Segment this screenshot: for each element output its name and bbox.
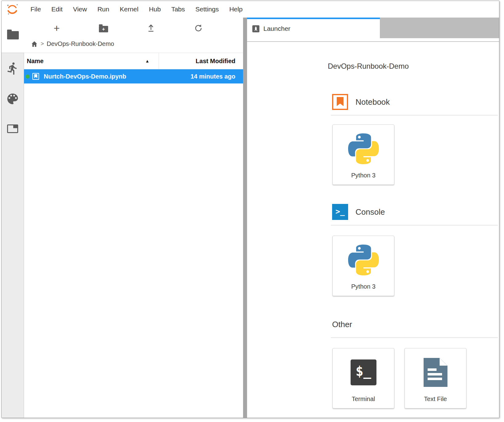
section-label: Notebook xyxy=(356,97,390,107)
python-logo xyxy=(348,133,379,165)
terminal-icon: $_ xyxy=(351,359,376,385)
sort-ascending-icon: ▲ xyxy=(145,59,149,63)
last-modified-column-label: Last Modified xyxy=(196,58,235,65)
python-logo xyxy=(348,244,379,276)
file-row-modified-cell: 14 minutes ago xyxy=(159,73,243,80)
palette-icon[interactable] xyxy=(6,92,20,106)
breadcrumb-separator: > xyxy=(41,41,44,47)
file-last-modified: 14 minutes ago xyxy=(190,73,235,80)
tab-launcher-label: Launcher xyxy=(263,25,291,32)
new-folder-icon: + xyxy=(99,26,108,32)
sidebar-tab-files[interactable] xyxy=(2,18,24,53)
tab-launcher[interactable]: Launcher xyxy=(247,18,380,38)
section-header-notebook: Notebook xyxy=(332,94,498,110)
refresh-button[interactable] xyxy=(191,21,206,35)
activity-bar-rest xyxy=(2,53,24,418)
console-cards-row: Python 3 xyxy=(332,236,498,296)
card-label: Python 3 xyxy=(351,283,376,290)
activity-bar xyxy=(2,18,24,418)
menu-kernel[interactable]: Kernel xyxy=(120,6,139,13)
menu-hub[interactable]: Hub xyxy=(149,6,161,13)
card-label: Text File xyxy=(424,396,447,403)
menu-edit[interactable]: Edit xyxy=(51,6,63,13)
menu-help[interactable]: Help xyxy=(229,6,242,13)
jupyterlab-window: File Edit View Run Kernel Hub Tabs Setti… xyxy=(1,1,499,418)
rocket-icon xyxy=(252,25,259,32)
tabs-icon[interactable] xyxy=(7,124,18,133)
refresh-icon xyxy=(194,24,203,32)
column-header-name[interactable]: Name ▲ xyxy=(24,53,159,69)
section-header-console: >_ Console xyxy=(332,204,498,220)
panel-splitter[interactable] xyxy=(243,18,247,418)
running-kernel-indicator xyxy=(26,75,30,79)
file-list-header: Name ▲ Last Modified xyxy=(24,53,243,69)
launcher-card-console-python3[interactable]: Python 3 xyxy=(332,236,394,296)
notebook-icon xyxy=(332,94,348,110)
launcher-card-text-file[interactable]: Text File xyxy=(404,348,466,408)
breadcrumb: > DevOps-Runbook-Demo xyxy=(31,40,114,47)
breadcrumb-path[interactable]: DevOps-Runbook-Demo xyxy=(47,40,114,47)
plus-icon: + xyxy=(54,23,60,33)
new-folder-button[interactable]: + xyxy=(96,21,111,35)
menu-file[interactable]: File xyxy=(30,6,41,13)
section-divider xyxy=(331,115,498,116)
menu-tabs[interactable]: Tabs xyxy=(171,6,185,13)
file-name: Nurtch-DevOps-Demo.ipynb xyxy=(44,73,126,80)
launcher-cwd-title: DevOps-Runbook-Demo xyxy=(328,62,498,71)
card-label: Terminal xyxy=(352,396,375,403)
launcher-card-notebook-python3[interactable]: Python 3 xyxy=(332,124,394,185)
file-browser-panel: + + xyxy=(24,18,243,418)
menu-view[interactable]: View xyxy=(73,6,87,13)
section-label: Other xyxy=(332,320,352,329)
section-divider xyxy=(331,337,498,338)
file-browser-toolbar: + + xyxy=(24,18,243,53)
upload-button[interactable] xyxy=(144,21,158,35)
dock-panel: Launcher DevOps-Runbook-Demo Notebook xyxy=(247,18,499,418)
notebook-cards-row: Python 3 xyxy=(332,124,498,185)
upload-icon xyxy=(147,23,155,33)
section-header-other: Other xyxy=(332,316,498,332)
file-row-name-cell: Nurtch-DevOps-Demo.ipynb xyxy=(24,73,159,80)
launcher-card-terminal[interactable]: $_ Terminal xyxy=(332,348,394,408)
main-area: + + xyxy=(2,18,499,418)
dock-tab-bar: Launcher xyxy=(247,18,499,38)
running-man-icon[interactable] xyxy=(6,62,19,75)
launcher-panel: DevOps-Runbook-Demo Notebook xyxy=(247,42,499,418)
jupyter-logo xyxy=(6,3,19,16)
section-label: Console xyxy=(356,207,385,217)
menu-run[interactable]: Run xyxy=(97,6,109,13)
new-launcher-button[interactable]: + xyxy=(49,21,64,35)
column-header-last-modified[interactable]: Last Modified xyxy=(159,53,243,69)
menu-settings[interactable]: Settings xyxy=(195,6,219,13)
home-icon[interactable] xyxy=(31,41,38,47)
menu-bar: File Edit View Run Kernel Hub Tabs Setti… xyxy=(2,1,499,18)
file-row-selected[interactable]: Nurtch-DevOps-Demo.ipynb 14 minutes ago xyxy=(24,69,243,83)
text-file-icon xyxy=(424,358,448,387)
card-label: Python 3 xyxy=(351,172,376,179)
dock-content-divider xyxy=(247,38,499,42)
console-icon: >_ xyxy=(332,204,348,220)
folder-icon xyxy=(7,31,19,39)
other-cards-row: $_ Terminal Text xyxy=(332,348,498,408)
section-divider xyxy=(331,225,498,225)
notebook-file-icon xyxy=(32,73,39,80)
name-column-label: Name xyxy=(27,58,43,65)
